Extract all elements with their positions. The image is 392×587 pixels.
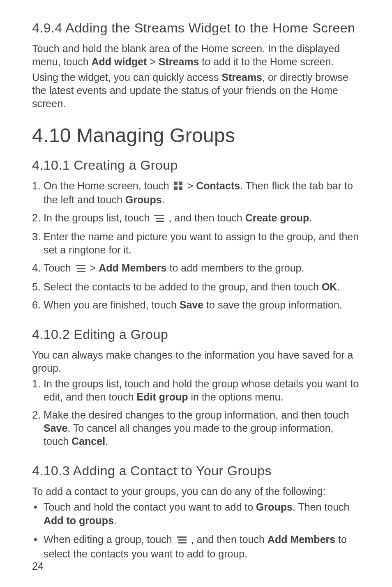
menu-icon [76, 262, 85, 275]
text: Touch [44, 262, 74, 274]
heading-4101: 4.10.1 Creating a Group [32, 157, 360, 173]
text-bold: Groups [125, 194, 162, 205]
text: > [184, 180, 196, 191]
menu-icon [177, 534, 187, 547]
text: to add it to the Home screen. [199, 56, 334, 67]
svg-rect-8 [77, 268, 85, 269]
text: . [114, 515, 117, 526]
para-4102-1: You can always make changes to the infor… [32, 348, 360, 375]
text: Using the widget, you can quickly access [32, 71, 221, 83]
text: When editing a group, touch [44, 534, 175, 545]
text-bold: Streams [221, 71, 262, 83]
para-494-1: Touch and hold the blank area of the Hom… [32, 42, 360, 68]
text: to add members to the group. [166, 262, 304, 274]
menu-icon [154, 212, 164, 225]
list-item: When you are finished, touch Save to sav… [32, 298, 360, 311]
list-item: On the Home screen, touch > Contacts. Th… [32, 179, 360, 206]
text: , and then touch [166, 212, 245, 223]
text: On the Home screen, touch [44, 180, 172, 191]
list-item: In the groups list, touch , and then tou… [32, 211, 360, 225]
text: Make the desired changes to the group in… [44, 409, 349, 421]
list-item: When editing a group, touch , and then t… [32, 533, 360, 560]
list-4103: Touch and hold the contact you want to a… [32, 500, 360, 560]
text-bold: Add widget [92, 56, 147, 67]
list-item: Touch and hold the contact you want to a… [32, 500, 360, 527]
text: . Then touch [293, 501, 350, 513]
page-number: 24 [32, 560, 44, 572]
svg-rect-12 [178, 542, 187, 543]
svg-rect-5 [156, 218, 164, 219]
list-item: Enter the name and picture you want to a… [32, 230, 360, 256]
text: . [337, 281, 340, 292]
svg-rect-0 [174, 182, 178, 185]
text: In the groups list, touch [44, 212, 152, 223]
svg-rect-7 [76, 265, 85, 266]
list-4102: In the groups list, touch and hold the g… [32, 377, 360, 448]
svg-rect-4 [154, 215, 164, 216]
text: > [147, 56, 159, 67]
text: Select the contacts to be added to the g… [44, 281, 322, 292]
text-bold: Groups [256, 501, 293, 513]
svg-rect-9 [77, 271, 85, 272]
list-item: Make the desired changes to the group in… [32, 408, 360, 448]
heading-494: 4.9.4 Adding the Streams Widget to the H… [32, 20, 360, 36]
svg-rect-6 [156, 221, 164, 222]
text: When you are finished, touch [44, 299, 180, 311]
svg-rect-11 [178, 539, 187, 541]
text: . [105, 435, 108, 447]
svg-rect-10 [177, 536, 187, 538]
heading-4102: 4.10.2 Editing a Group [32, 326, 360, 343]
text-bold: Save [44, 422, 67, 434]
text-bold: Save [180, 299, 203, 311]
list-item: Touch > Add Members to add members to th… [32, 261, 360, 275]
text: > [87, 262, 99, 274]
text: Touch and hold the contact you want to a… [44, 501, 256, 513]
text: to save the group information. [203, 299, 342, 311]
text: in the options menu. [188, 391, 284, 403]
svg-rect-2 [174, 186, 178, 190]
list-4101: On the Home screen, touch > Contacts. Th… [32, 179, 360, 311]
text-bold: Add to groups [44, 515, 114, 526]
text-bold: Cancel [71, 435, 105, 447]
text-bold: OK [322, 281, 337, 292]
text-bold: Contacts [196, 180, 240, 191]
para-494-2: Using the widget, you can quickly access… [32, 71, 360, 110]
list-item: Select the contacts to be added to the g… [32, 280, 360, 293]
text-bold: Create group [245, 212, 309, 223]
list-item: In the groups list, touch and hold the g… [32, 377, 360, 403]
text: . [309, 212, 312, 223]
para-4103-1: To add a contact to your groups, you can… [32, 485, 360, 498]
text-bold: Add Members [99, 262, 166, 274]
text: . [162, 194, 165, 205]
text: , and then touch [188, 534, 267, 545]
heading-4103: 4.10.3 Adding a Contact to Your Groups [32, 463, 360, 479]
heading-410: 4.10 Managing Groups [32, 123, 360, 148]
svg-rect-3 [179, 186, 182, 190]
text-bold: Add Members [267, 534, 335, 545]
apps-grid-icon [174, 180, 183, 193]
text-bold: Edit group [137, 391, 188, 403]
svg-rect-1 [179, 182, 182, 185]
text-bold: Streams [159, 56, 199, 67]
